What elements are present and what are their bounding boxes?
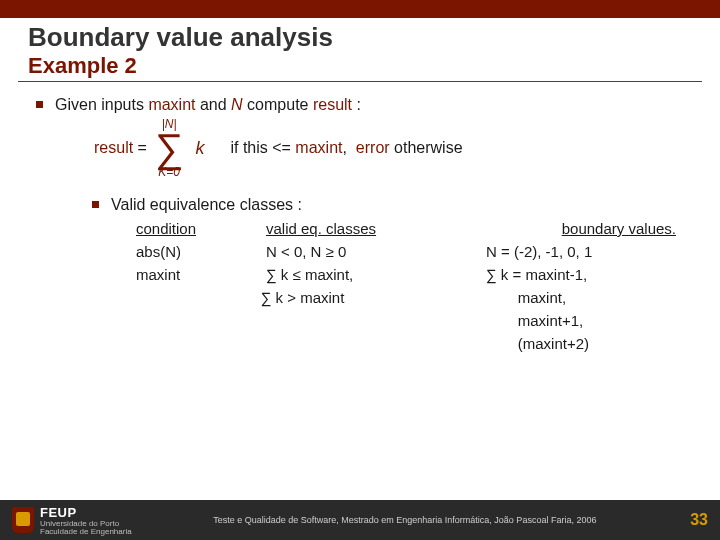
formula-result: result — [94, 139, 133, 156]
rhs-error: error — [356, 139, 390, 156]
cell — [136, 289, 261, 306]
title-block: Boundary value analysis Example 2 — [0, 18, 720, 79]
table-row: ∑ k > maxint maxint, — [136, 289, 700, 306]
line1-result: result — [313, 96, 352, 113]
cell: ∑ k > maxint — [261, 289, 472, 306]
sub-heading: Valid equivalence classes : — [111, 196, 302, 214]
shield-icon — [12, 507, 34, 533]
cell: maxint — [136, 266, 266, 283]
bullet-line-2: Valid equivalence classes : — [92, 196, 700, 214]
cell: maxint, — [472, 289, 700, 306]
cell-part: N < 0, — [266, 243, 311, 260]
sigma-icon: ∑ — [155, 130, 184, 166]
cell — [261, 335, 472, 352]
org-name: FEUP — [40, 505, 132, 520]
cell: N = (-2), -1, 0, 1 — [486, 243, 676, 260]
logo-text: FEUP Universidade do Porto Faculdade de … — [40, 505, 132, 536]
cell: abs(N) — [136, 243, 266, 260]
table-row: abs(N) N < 0, N ≥ 0 N = (-2), -1, 0, 1 — [136, 243, 700, 260]
formula-rhs: if this <= maxint, error otherwise — [230, 139, 462, 157]
bullet-icon — [36, 101, 43, 108]
rhs-maxint: maxint — [295, 139, 342, 156]
rhs-comma: , — [342, 139, 351, 156]
table-row: maxint ∑ k ≤ maxint, ∑ k = maxint-1, — [136, 266, 700, 283]
top-rule — [0, 0, 720, 18]
sub-bullet: Valid equivalence classes : — [92, 196, 700, 214]
line1-colon: : — [352, 96, 361, 113]
formula-k: k — [195, 138, 204, 159]
footer: FEUP Universidade do Porto Faculdade de … — [0, 500, 720, 540]
cell-part: N ≥ 0 — [311, 243, 347, 260]
cell — [261, 312, 472, 329]
cell: maxint+1, — [472, 312, 700, 329]
th-valid-classes: valid eq. classes — [266, 220, 486, 237]
formula-lhs: result = — [94, 139, 147, 157]
slide-subtitle: Example 2 — [28, 53, 692, 79]
cell — [136, 312, 261, 329]
formula: result = |N| ∑ K=0 k if this <= maxint, … — [94, 118, 700, 178]
th-condition: condition — [136, 220, 266, 237]
sum-lower: K=0 — [158, 166, 180, 178]
page-number: 33 — [678, 511, 708, 529]
line1-N: N — [231, 96, 243, 113]
cell: ∑ k ≤ maxint, — [266, 266, 486, 283]
line1-suffix: compute — [243, 96, 313, 113]
cell: ∑ k = maxint-1, — [486, 266, 676, 283]
slide: Boundary value analysis Example 2 Given … — [0, 0, 720, 540]
summation: |N| ∑ K=0 — [155, 118, 184, 178]
line1-and: and — [196, 96, 232, 113]
th-boundary-values: boundary values. — [486, 220, 676, 237]
line1-text: Given inputs maxint and N compute result… — [55, 96, 361, 114]
formula-eq: = — [133, 139, 147, 156]
org-logo: FEUP Universidade do Porto Faculdade de … — [12, 505, 132, 536]
slide-title: Boundary value analysis — [28, 22, 692, 53]
table-row: maxint+1, — [136, 312, 700, 329]
table-header: condition valid eq. classes boundary val… — [136, 220, 700, 237]
equiv-table: condition valid eq. classes boundary val… — [136, 220, 700, 352]
slide-body: Given inputs maxint and N compute result… — [0, 82, 720, 352]
bullet-line-1: Given inputs maxint and N compute result… — [36, 96, 700, 114]
rhs-otherwise: otherwise — [390, 139, 463, 156]
bullet-icon — [92, 201, 99, 208]
line1-maxint: maxint — [148, 96, 195, 113]
cell: (maxint+2) — [472, 335, 700, 352]
cell — [136, 335, 261, 352]
line1-prefix: Given inputs — [55, 96, 148, 113]
rhs-if: if this <= — [230, 139, 295, 156]
footer-credit: Teste e Qualidade de Software, Mestrado … — [132, 515, 678, 525]
table-row: (maxint+2) — [136, 335, 700, 352]
cell: N < 0, N ≥ 0 — [266, 243, 486, 260]
org-sub2: Faculdade de Engenharia — [40, 528, 132, 536]
